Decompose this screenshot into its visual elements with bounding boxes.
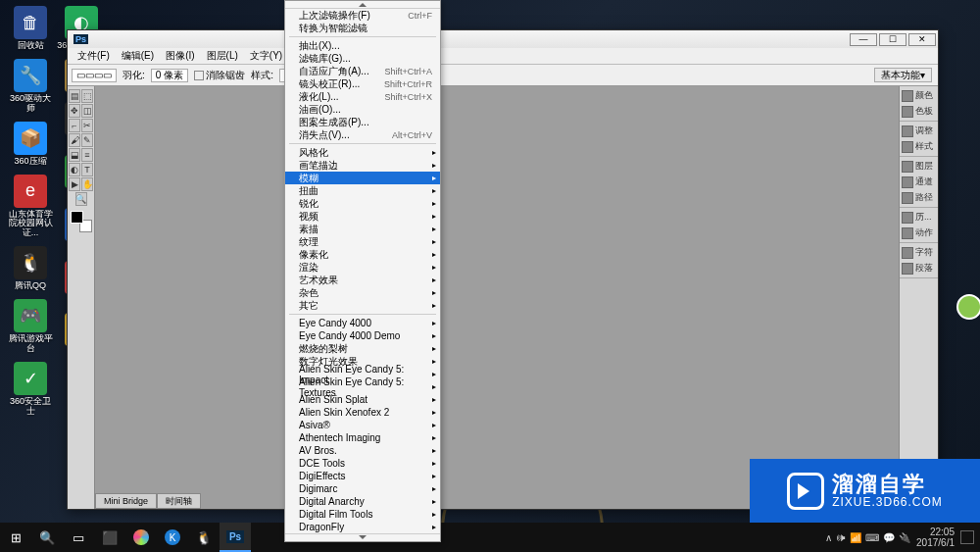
menu-item[interactable]: Eye Candy 4000▸ <box>285 317 440 329</box>
menu-item[interactable]: 消失点(V)...Alt+Ctrl+V <box>285 128 440 141</box>
menu-item[interactable]: 模糊▸ <box>285 172 440 184</box>
workspace-selector[interactable]: 基本功能 ▾ <box>874 68 932 82</box>
menu-item[interactable]: Alien Skin Splat▸ <box>285 393 440 406</box>
menu-item[interactable]: 图像(I) <box>160 49 200 63</box>
tool-button[interactable]: ✋ <box>81 177 93 191</box>
panel-shortcut[interactable]: 段落 <box>902 262 936 275</box>
tool-button[interactable]: ⌐ <box>69 119 80 132</box>
tool-button[interactable]: ◐ <box>69 163 80 176</box>
menu-item[interactable]: Digital Film Tools▸ <box>285 508 440 521</box>
desktop-icon[interactable]: 🎮腾讯游戏平台 <box>6 299 55 354</box>
tool-button[interactable]: ≡ <box>81 148 93 162</box>
tool-button[interactable]: 🖌 <box>69 133 80 147</box>
menu-item[interactable]: 画笔描边▸ <box>285 159 440 172</box>
taskbar-item[interactable]: ▭ <box>63 523 94 552</box>
tool-button[interactable]: ✂ <box>81 119 93 132</box>
tray-icon[interactable]: ⌨ <box>865 532 879 543</box>
taskbar-item[interactable] <box>125 523 157 552</box>
menu-item[interactable]: 其它▸ <box>285 299 440 312</box>
desktop-icon[interactable]: ✓360安全卫士 <box>6 362 55 417</box>
notification-button[interactable] <box>960 530 974 544</box>
menu-item[interactable]: 素描▸ <box>285 223 440 235</box>
tray-icon[interactable]: 🕪 <box>836 532 846 543</box>
menu-item[interactable]: 抽出(X)... <box>285 39 440 52</box>
menu-item[interactable]: 油画(O)... <box>285 103 440 116</box>
tool-button[interactable]: ✥ <box>69 104 80 118</box>
menu-item[interactable]: Digimarc▸ <box>285 482 440 495</box>
desktop-icon[interactable]: 🔧360驱动大师 <box>6 59 55 114</box>
taskbar-item[interactable]: 🐧 <box>188 523 220 552</box>
window-titlebar[interactable]: Ps — ☐ ✕ <box>68 30 938 48</box>
menu-item[interactable]: DragonFly▸ <box>285 521 440 533</box>
taskbar-item[interactable]: K <box>157 523 188 552</box>
antialias-checkbox[interactable]: 消除锯齿 <box>194 69 245 82</box>
menu-item[interactable]: 杂色▸ <box>285 286 440 299</box>
menu-item[interactable]: Eye Candy 4000 Demo▸ <box>285 329 440 342</box>
panel-shortcut[interactable]: 色板 <box>902 105 936 118</box>
menu-item[interactable]: 图案生成器(P)... <box>285 116 440 128</box>
canvas-area[interactable]: Mini Bridge时间轴 <box>95 86 899 509</box>
panel-shortcut[interactable]: 字符 <box>902 246 936 259</box>
menu-scroll-down[interactable] <box>285 533 440 541</box>
menu-item[interactable]: 文件(F) <box>72 49 116 63</box>
desktop-icon[interactable]: 🐧腾讯QQ <box>6 246 55 291</box>
feather-input[interactable]: 0 像素 <box>151 69 188 82</box>
menu-item[interactable]: AV Bros.▸ <box>285 444 440 457</box>
taskbar-item[interactable]: 🔍 <box>31 523 63 552</box>
menu-item[interactable]: 滤镜库(G)... <box>285 52 440 65</box>
tray-icon[interactable]: ∧ <box>825 532 832 543</box>
tool-button[interactable]: ⬓ <box>69 148 80 162</box>
menu-item[interactable]: 风格化▸ <box>285 146 440 159</box>
menu-item[interactable]: Athentech Imaging▸ <box>285 431 440 444</box>
tray-icon[interactable]: 🔌 <box>899 532 910 543</box>
taskbar-item[interactable]: ⬛ <box>94 523 125 552</box>
taskbar-item[interactable]: Ps <box>220 523 251 552</box>
tray-icon[interactable]: 📶 <box>850 532 861 543</box>
floating-badge[interactable] <box>956 294 980 320</box>
panel-shortcut[interactable]: 颜色 <box>902 89 936 102</box>
menu-item[interactable]: Alien Skin Xenofex 2▸ <box>285 406 440 419</box>
menu-item[interactable]: 渲染▸ <box>285 261 440 274</box>
menu-item[interactable]: 液化(L)...Shift+Ctrl+X <box>285 90 440 103</box>
tool-button[interactable]: ✎ <box>81 133 93 147</box>
panel-shortcut[interactable]: 样式 <box>902 140 936 153</box>
tool-button[interactable]: ◫ <box>81 104 93 118</box>
maximize-button[interactable]: ☐ <box>879 33 906 46</box>
panel-shortcut[interactable]: 图层 <box>902 160 936 173</box>
menu-item[interactable]: Digital Anarchy▸ <box>285 495 440 508</box>
panel-shortcut[interactable]: 动作 <box>902 226 936 239</box>
desktop-icon[interactable]: e山东体育学院校园网认证... <box>6 175 55 239</box>
taskbar-item[interactable]: ⊞ <box>0 523 31 552</box>
close-button[interactable]: ✕ <box>908 33 936 46</box>
tool-button[interactable]: ▤ <box>69 89 80 103</box>
desktop-icon[interactable]: 🗑回收站 <box>6 6 55 51</box>
menu-item[interactable]: 文字(Y) <box>244 49 288 63</box>
desktop-icon[interactable]: 📦360压缩 <box>6 122 55 167</box>
foreground-background-colors[interactable] <box>71 211 92 232</box>
menu-item[interactable]: 扭曲▸ <box>285 184 440 197</box>
menu-item[interactable]: 纹理▸ <box>285 235 440 248</box>
menu-item[interactable]: 燃烧的梨树▸ <box>285 342 440 355</box>
tray-icon[interactable]: 💬 <box>883 532 895 543</box>
menu-item[interactable]: 像素化▸ <box>285 248 440 261</box>
menu-item[interactable]: 上次滤镜操作(F)Ctrl+F <box>285 9 440 22</box>
panel-shortcut[interactable]: 路径 <box>902 191 936 204</box>
menu-item[interactable]: 视频▸ <box>285 210 440 223</box>
menu-item[interactable]: DCE Tools▸ <box>285 457 440 470</box>
panel-shortcut[interactable]: 调整 <box>902 125 936 137</box>
taskbar-clock[interactable]: 22:05 2017/6/1 <box>916 527 955 548</box>
menu-item[interactable]: 锐化▸ <box>285 197 440 210</box>
tool-button[interactable]: T <box>81 163 93 176</box>
menu-item[interactable]: 编辑(E) <box>116 49 160 63</box>
menu-item[interactable]: 自适应广角(A)...Shift+Ctrl+A <box>285 65 440 77</box>
menu-item[interactable]: Alien Skin Eye Candy 5: Textures▸ <box>285 380 440 393</box>
tool-button[interactable]: ⬚ <box>81 89 93 103</box>
tool-button[interactable]: ▶ <box>69 177 80 191</box>
panel-tab[interactable]: Mini Bridge <box>95 493 157 509</box>
menu-item[interactable]: 镜头校正(R)...Shift+Ctrl+R <box>285 77 440 90</box>
menu-item[interactable]: Asiva®▸ <box>285 419 440 431</box>
menu-item[interactable]: DigiEffects▸ <box>285 470 440 482</box>
menu-item[interactable]: 图层(L) <box>201 49 244 63</box>
menu-item[interactable]: 艺术效果▸ <box>285 274 440 286</box>
menu-item[interactable]: 转换为智能滤镜 <box>285 22 440 34</box>
